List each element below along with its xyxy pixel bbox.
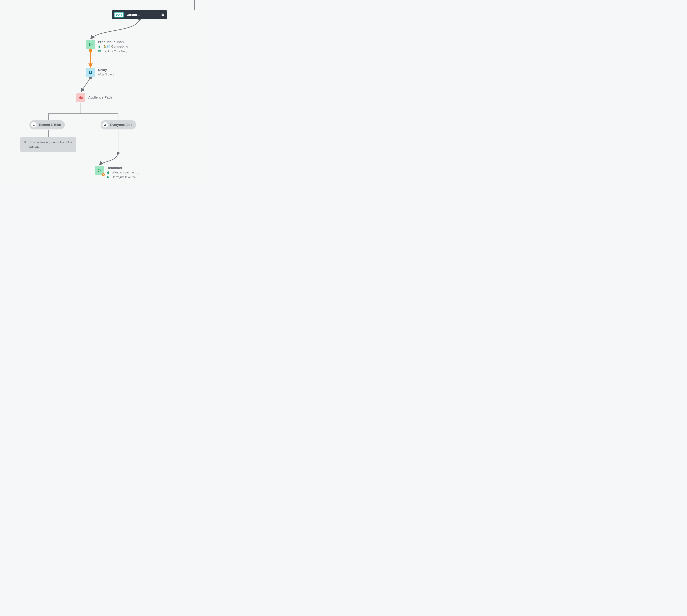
path-number: 1 <box>31 122 37 128</box>
step-line-text: Explore Your Neig... <box>103 49 130 53</box>
step-channel-email: Explore Your Neig... <box>98 49 131 53</box>
step-title: Audience Path <box>88 95 112 100</box>
step-body: Delay After 3 days <box>98 68 114 77</box>
step-line-text: Want to beat the tr... <box>112 170 139 175</box>
step-channel-content: Don't just take the ... <box>107 175 139 179</box>
canvas-flow: 90% Variant 1 Product Launch 🚴💨 Get read… <box>0 0 207 185</box>
step-body: Product Launch 🚴💨 Get ready to ... Explo… <box>98 40 131 53</box>
send-icon <box>86 40 95 49</box>
step-audience-path[interactable]: Audience Path <box>77 93 112 102</box>
clock-icon <box>86 68 95 77</box>
path-label: Everyone Else <box>110 123 132 127</box>
step-delay[interactable]: Delay After 3 days <box>86 68 114 77</box>
step-line-text: Don't just take the ... <box>112 175 139 179</box>
variant-header[interactable]: 90% Variant 1 <box>112 10 167 19</box>
step-title: Delay <box>98 68 114 72</box>
gear-icon[interactable] <box>161 13 165 17</box>
apple-icon <box>107 171 110 174</box>
path-pill-1[interactable]: 1 Rented E-Bike <box>29 120 65 129</box>
exit-notice: This audience group will exit the Canvas… <box>20 137 76 152</box>
step-body: Audience Path <box>88 93 112 100</box>
exit-text: This audience group will exit the Canvas… <box>29 140 73 149</box>
add-badge-icon: + <box>102 173 105 176</box>
variant-percent-badge: 90% <box>114 12 124 18</box>
users-icon <box>77 93 85 102</box>
step-product-launch[interactable]: Product Launch 🚴💨 Get ready to ... Explo… <box>86 40 131 53</box>
door-exit-icon <box>24 140 27 145</box>
step-channel-push: 🚴💨 Get ready to ... <box>98 44 131 49</box>
envelope-icon <box>98 49 101 53</box>
path-number: 2 <box>102 122 108 128</box>
path-pill-2[interactable]: 2 Everyone Else <box>101 120 136 129</box>
edges-layer <box>0 0 207 185</box>
step-line-text: After 3 days <box>98 72 114 77</box>
send-icon: + <box>95 166 104 175</box>
step-reminder[interactable]: + Reminder Want to beat the tr... Don't … <box>95 166 139 179</box>
apple-icon <box>98 45 101 48</box>
svg-point-3 <box>117 152 120 154</box>
step-title: Reminder <box>107 166 139 170</box>
step-body: Reminder Want to beat the tr... Don't ju… <box>107 166 139 179</box>
content-card-icon <box>107 175 110 179</box>
step-channel-push: Want to beat the tr... <box>107 170 139 175</box>
step-title: Product Launch <box>98 40 131 44</box>
path-label: Rented E-Bike <box>39 123 61 127</box>
step-detail: After 3 days <box>98 72 114 77</box>
step-line-text: 🚴💨 Get ready to ... <box>103 44 131 49</box>
variant-label: Variant 1 <box>126 13 161 17</box>
